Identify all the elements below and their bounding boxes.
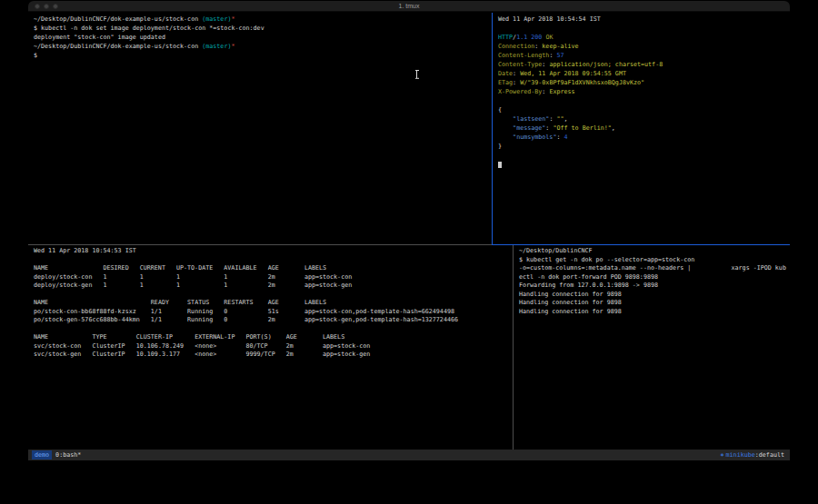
pods-table-row: po/stock-gen-576cc688bb-44kmn1/1Running0… [34,316,513,325]
screen: 1. tmux ~/Desktop/DublinCNCF/dok-example… [0,0,818,504]
window-list-item[interactable]: 0:bash* [55,451,81,459]
helm-wheel-icon: ⎈ [721,451,724,459]
terminal-line [498,151,790,160]
kube-context-status: ⎈ minikube :default [721,451,784,459]
terminal-line: "numsymbols": 4 [498,133,790,142]
terminal-line: X-Powered-By: Express [498,87,790,96]
kube-namespace: :default [755,451,784,459]
terminal-line [498,160,790,169]
zoom-button[interactable] [53,4,58,9]
pane-top-right-http-response[interactable]: Wed 11 Apr 2018 10:54:54 ISTHTTP/1.1 200… [493,13,790,244]
terminal-line: $ kubectl -n dok set image deployment/st… [34,24,492,33]
terminal-line: ~/Desktop/DublinCNCF/dok-example-us/stoc… [34,15,492,24]
terminal-line: Forwarding from 127.0.0.1:9898 -> 9898 [519,282,790,291]
terminal-line: ~/Desktop/DublinCNCF [519,247,790,256]
deployments-table-row: deploy/stock-gen11112mapp=stock-gen [34,282,513,291]
terminal-line: $ kubectl get -n dok po --selector=app=s… [519,256,790,265]
terminal-line: "lastseen": "", [498,114,790,124]
terminal-line [498,24,790,33]
session-name-badge: demo [32,450,52,460]
terminal-line: deployment "stock-con" image updated [34,33,492,42]
services-table-row: svc/stock-conClusterIP10.106.78.249<none… [34,342,513,351]
deployments-table-header: NAMEDESIREDCURRENTUP-TO-DATEAVAILABLEAGE… [34,264,513,273]
terminal-line [498,96,790,105]
pane-divider-horizontal-left[interactable] [28,244,492,245]
minimize-button[interactable] [44,4,49,9]
terminal-line: Content-Length: 57 [498,51,790,60]
terminal-line: Wed 11 Apr 2018 10:54:53 IST [34,247,513,256]
terminal-window: 1. tmux ~/Desktop/DublinCNCF/dok-example… [28,1,790,460]
pane-bottom-right-port-forward[interactable]: ~/Desktop/DublinCNCF$ kubectl get -n dok… [514,245,790,450]
terminal-line: Wed 11 Apr 2018 10:54:54 IST [498,15,790,24]
terminal-line: $ [34,51,492,60]
pods-table-row: po/stock-con-bb68f88fd-kzsxz1/1Running05… [34,308,513,317]
terminal-line [34,325,513,334]
services-table-header: NAMETYPECLUSTER-IPEXTERNAL-IPPORT(S)AGEL… [34,333,513,342]
terminal-line: } [498,142,790,151]
terminal-line: ~/Desktop/DublinCNCF/dok-example-us/stoc… [34,42,492,51]
pane-bottom-left-kubectl-get[interactable]: Wed 11 Apr 2018 10:54:53 ISTNAMEDESIREDC… [28,245,513,450]
deployments-table-row: deploy/stock-con11112mapp=stock-con [34,273,513,282]
pane-divider-horizontal-right-active[interactable] [492,244,790,245]
close-button[interactable] [35,4,40,9]
traffic-lights [35,4,58,9]
terminal-line: { [498,105,790,114]
terminal-line [34,291,513,300]
terminal-line: -o=custom-columns=:metadata.name --no-he… [519,264,790,273]
terminal-line: ETag: W/"39-0xBPf9aF1dXVNkhsxoBQgJ8vKzo" [498,78,790,87]
pods-table-header: NAMEREADYSTATUSRESTARTSAGELABELS [34,299,513,308]
terminal-line: Handling connection for 9898 [519,299,790,308]
terminal-line: "message": "Off to Berlin!", [498,124,790,133]
tmux-status-bar: demo 0:bash* ⎈ minikube :default [28,450,790,460]
terminal-line: Handling connection for 9898 [519,308,790,317]
terminal-line: ectl -n dok port-forward POD 9898:9898 [519,273,790,282]
terminal-line: Date: Wed, 11 Apr 2018 09:54:55 GMT [498,69,790,78]
terminal-cursor [498,162,502,168]
window-title: 1. tmux [28,3,790,9]
pane-top-left-shell[interactable]: ~/Desktop/DublinCNCF/dok-example-us/stoc… [28,13,492,244]
terminal-line: HTTP/1.1 200 OK [498,33,790,42]
text-ibeam-pointer-icon [414,70,419,79]
services-table-row: svc/stock-genClusterIP10.109.3.177<none>… [34,351,513,360]
kube-context-name: minikube [726,451,755,459]
terminal-line [34,256,513,265]
terminal-content: ~/Desktop/DublinCNCF/dok-example-us/stoc… [28,13,790,450]
terminal-line: Connection: keep-alive [498,42,790,51]
terminal-line: Content-Type: application/json; charset=… [498,60,790,69]
terminal-line: Handling connection for 9898 [519,291,790,300]
pane-divider-vertical-bottom[interactable] [513,245,514,450]
window-titlebar[interactable]: 1. tmux [28,1,790,12]
pane-divider-vertical-top-active[interactable] [492,13,493,245]
